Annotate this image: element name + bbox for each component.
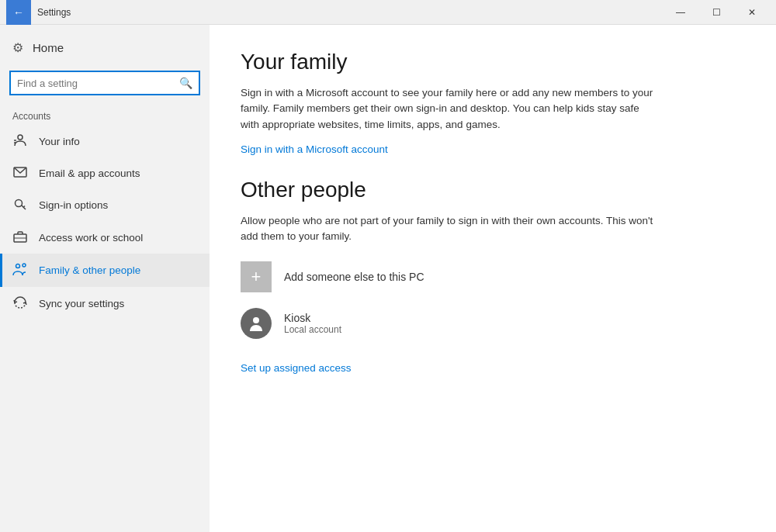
home-nav-item[interactable]: Home: [0, 31, 210, 64]
sidebar-item-family[interactable]: Family & other people: [0, 254, 210, 287]
work-school-label: Access work or school: [39, 232, 143, 244]
app-body: Home 🔍 Accounts Your info: [0, 25, 776, 532]
kiosk-info: Kiosk Local account: [284, 312, 341, 335]
svg-point-7: [16, 264, 20, 268]
search-box: 🔍: [9, 71, 200, 95]
back-button[interactable]: ←: [6, 0, 31, 25]
search-input[interactable]: [11, 73, 173, 94]
maximize-button[interactable]: ☐: [698, 0, 734, 25]
gear-icon: [12, 40, 23, 55]
setup-link-container: Set up assigned access: [241, 361, 745, 375]
plus-icon: +: [251, 267, 262, 287]
your-family-description: Sign in with a Microsoft account to see …: [241, 85, 660, 133]
key-icon: [12, 197, 28, 213]
window-title: Settings: [37, 7, 663, 18]
sync-label: Sync your settings: [39, 298, 124, 309]
kiosk-name: Kiosk: [284, 312, 341, 324]
add-person-row[interactable]: + Add someone else to this PC: [241, 254, 745, 300]
other-people-title: Other people: [241, 178, 745, 202]
accounts-section-label: Accounts: [0, 102, 210, 125]
svg-point-0: [18, 135, 23, 140]
sync-icon: [12, 295, 28, 312]
home-label: Home: [33, 41, 64, 54]
sidebar-item-sync[interactable]: Sync your settings: [0, 287, 210, 320]
family-icon: [12, 262, 28, 278]
add-person-label: Add someone else to this PC: [284, 271, 424, 283]
window-controls: — ☐ ✕: [663, 0, 770, 25]
signin-options-label: Sign-in options: [39, 199, 108, 211]
svg-point-9: [253, 317, 259, 323]
mail-icon: [12, 167, 28, 180]
your-info-label: Your info: [39, 136, 80, 147]
kiosk-type: Local account: [284, 324, 341, 335]
briefcase-icon: [12, 230, 28, 245]
setup-assigned-access-link[interactable]: Set up assigned access: [241, 362, 352, 374]
minimize-button[interactable]: —: [663, 0, 698, 25]
main-content: Your family Sign in with a Microsoft acc…: [210, 25, 776, 532]
kiosk-avatar: [241, 308, 272, 339]
person-icon: [12, 133, 28, 150]
email-label: Email & app accounts: [39, 168, 140, 179]
sign-in-link[interactable]: Sign in with a Microsoft account: [241, 143, 388, 155]
add-person-icon-box: +: [241, 261, 272, 292]
family-label: Family & other people: [39, 264, 140, 276]
back-icon: ←: [13, 6, 24, 19]
close-button[interactable]: ✕: [734, 0, 770, 25]
sidebar-item-email[interactable]: Email & app accounts: [0, 158, 210, 188]
svg-point-8: [23, 264, 26, 267]
your-family-title: Your family: [241, 50, 745, 74]
sidebar: Home 🔍 Accounts Your info: [0, 25, 210, 532]
sidebar-item-work[interactable]: Access work or school: [0, 222, 210, 254]
search-icon: 🔍: [173, 72, 199, 94]
title-bar: ← Settings — ☐ ✕: [0, 0, 776, 25]
person-row-kiosk[interactable]: Kiosk Local account: [241, 300, 745, 347]
other-people-description: Allow people who are not part of your fa…: [241, 213, 660, 245]
sidebar-item-your-info[interactable]: Your info: [0, 125, 210, 158]
sidebar-item-signin[interactable]: Sign-in options: [0, 188, 210, 222]
